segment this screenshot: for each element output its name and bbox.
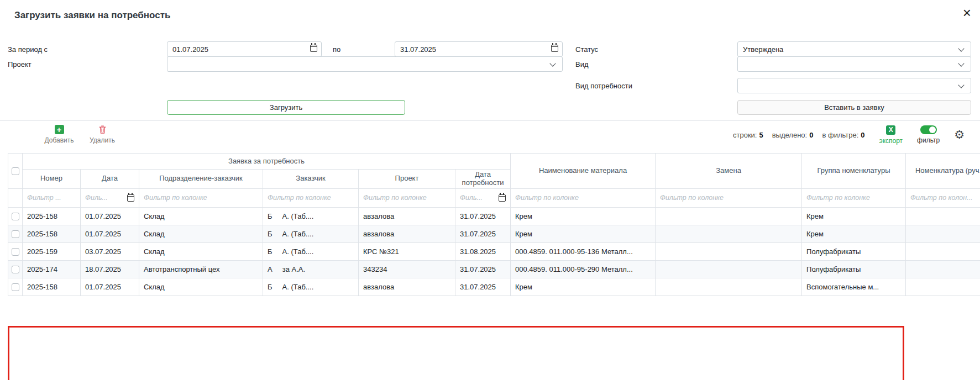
cell-replacement [656, 225, 802, 242]
status-label: Статус [575, 45, 598, 54]
table-row[interactable]: 2025-15801.07.2025СкладБ А. (Таб....авза… [8, 278, 980, 295]
calendar-icon[interactable] [127, 194, 134, 202]
status-select[interactable]: Утверждена [737, 41, 971, 57]
status-select-value: Утверждена [743, 45, 783, 54]
table-row[interactable]: 2025-15903.07.2025СкладБ А. (Таб....КРС … [8, 242, 980, 260]
cell-project: КРС №321 [359, 242, 455, 260]
load-button[interactable]: Загрузить [167, 100, 405, 115]
cell-need_date: 31.07.2025 [455, 260, 511, 278]
column-header-replacement[interactable]: Замена [656, 154, 802, 189]
filter-department [139, 194, 263, 202]
cell-material: 000.4859. 011.000-95-290 Металл... [511, 260, 656, 278]
filter-nomenclature-input[interactable] [910, 194, 980, 202]
filter-customer-input[interactable] [268, 194, 354, 202]
toolbar-right: строки:5 выделено:0 в фильтре:0 X экспор… [733, 122, 965, 147]
filter-number-input[interactable] [27, 194, 76, 202]
calendar-icon[interactable] [499, 194, 506, 202]
row-checkbox[interactable] [12, 213, 19, 220]
period-from-field [167, 41, 322, 57]
project-select[interactable] [167, 56, 563, 72]
cell-group: Крем [802, 225, 906, 242]
cell-department: Склад [139, 278, 263, 295]
cell-customer: Б А. (Таб.... [263, 242, 359, 260]
kind-select[interactable] [737, 56, 971, 72]
filter-need-date [455, 194, 510, 202]
column-header-date[interactable]: Дата [81, 170, 139, 189]
need-kind-select[interactable] [737, 78, 971, 93]
cell-department: Склад [139, 207, 263, 225]
cell-number: 2025-174 [23, 260, 81, 278]
cell-need_date: 31.07.2025 [455, 225, 511, 242]
cell-number: 2025-158 [23, 278, 81, 295]
row-select-cell [8, 225, 23, 242]
column-header-number[interactable]: Номер [23, 170, 81, 189]
filter-group-input[interactable] [806, 194, 901, 202]
in-filter-count: в фильтре:0 [822, 131, 864, 139]
filter-replacement-input[interactable] [660, 194, 797, 202]
cell-replacement [656, 260, 802, 278]
filter-date [81, 194, 139, 202]
filter-toggle-label: фильтр [917, 136, 940, 144]
trash-icon [98, 125, 107, 134]
column-header-group[interactable]: Группа номенклатуры [802, 154, 906, 189]
grid-counters: строки:5 выделено:0 в фильтре:0 [733, 131, 865, 139]
selected-count: выделено:0 [772, 131, 814, 139]
filter-toggle[interactable] [920, 125, 937, 134]
column-header-need-date[interactable]: Дата потребности [455, 170, 511, 189]
row-select-cell [8, 242, 23, 260]
delete-button[interactable]: Удалить [84, 125, 120, 144]
select-all-checkbox[interactable] [12, 167, 19, 175]
export-button[interactable]: X экспорт [879, 125, 903, 145]
table-row[interactable]: 2025-15801.07.2025СкладБ А. (Таб....авза… [8, 207, 980, 225]
filter-need-date-input[interactable] [460, 194, 496, 202]
grid-panel: + Добавить Удалить строки:5 выделено:0 в… [0, 120, 980, 380]
column-header-department[interactable]: Подразделение-заказчик [139, 170, 263, 189]
filter-date-input[interactable] [85, 194, 125, 202]
table-row[interactable]: 2025-15801.07.2025СкладБ А. (Таб....авза… [8, 225, 980, 242]
cell-replacement [656, 207, 802, 225]
filter-department-input[interactable] [144, 194, 258, 202]
excel-export-icon: X [886, 125, 895, 135]
cell-date: 01.07.2025 [81, 225, 139, 242]
need-kind-label: Вид потребности [575, 82, 632, 90]
kind-label: Вид [575, 60, 589, 68]
period-to-field [395, 41, 563, 57]
column-header-customer[interactable]: Заказчик [263, 170, 359, 189]
cell-nomenclature [906, 278, 980, 295]
row-select-cell [8, 260, 23, 278]
calendar-icon[interactable] [551, 45, 558, 52]
annotation-highlight-box [8, 326, 904, 380]
filter-number [23, 194, 80, 202]
row-checkbox[interactable] [12, 266, 19, 273]
column-header-project[interactable]: Проект [359, 170, 455, 189]
filter-material-input[interactable] [515, 194, 651, 202]
insert-into-request-button[interactable]: Вставить в заявку [737, 100, 971, 115]
row-select-cell [8, 207, 23, 225]
filter-replacement [656, 194, 801, 202]
cell-customer: Б А. (Таб.... [263, 207, 359, 225]
filter-nomenclature [906, 194, 980, 202]
row-checkbox[interactable] [12, 230, 19, 238]
period-to-label: по [333, 45, 340, 54]
table-row[interactable]: 2025-17418.07.2025Автотранспортный цехА … [8, 260, 980, 278]
cell-replacement [656, 242, 802, 260]
chevron-down-icon [958, 45, 964, 51]
gear-icon[interactable]: ⚙ [954, 129, 965, 141]
add-button[interactable]: + Добавить [41, 125, 77, 144]
row-checkbox[interactable] [12, 283, 19, 291]
filter-row [8, 188, 980, 207]
cell-group: Полуфабрикаты [802, 242, 906, 260]
calendar-icon[interactable] [310, 45, 317, 52]
row-checkbox[interactable] [12, 248, 19, 256]
column-header-material[interactable]: Наименование материала [511, 154, 656, 189]
filter-project-input[interactable] [363, 194, 450, 202]
period-from-input[interactable] [167, 41, 322, 57]
period-to-input[interactable] [395, 41, 563, 57]
cell-nomenclature [906, 242, 980, 260]
close-icon[interactable]: × [963, 6, 971, 20]
column-header-nomenclature[interactable]: Номенклатура (руч. ввод) [906, 154, 980, 189]
cell-need_date: 31.08.2025 [455, 242, 511, 260]
cell-project: 343234 [359, 260, 455, 278]
cell-need_date: 31.07.2025 [455, 278, 511, 295]
load-requests-dialog: Загрузить заявки на потребность × За пер… [0, 0, 980, 380]
